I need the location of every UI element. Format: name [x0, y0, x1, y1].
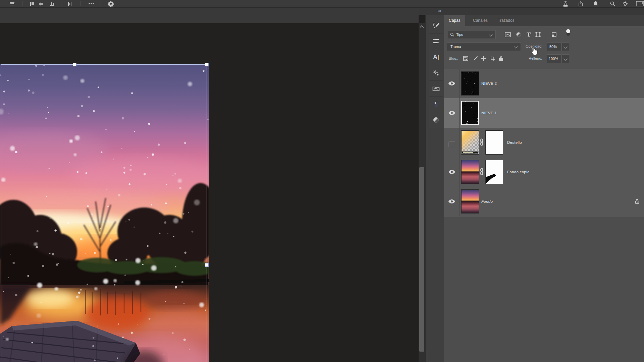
filter-toggle-switch[interactable]: [564, 29, 572, 37]
lock-transparent-pixels-icon[interactable]: [462, 54, 470, 62]
visibility-toggle[interactable]: [444, 157, 460, 187]
lock-position-icon[interactable]: [480, 54, 488, 62]
brush-settings-panel-icon[interactable]: [429, 18, 443, 34]
separator: [101, 1, 101, 6]
chevron-down-icon: [489, 33, 492, 36]
blend-mode-value: Trama: [450, 45, 461, 49]
discover-lightbulb-icon[interactable]: [622, 1, 629, 7]
visibility-toggle[interactable]: [444, 98, 460, 128]
eye-empty-well: [448, 141, 455, 147]
layer-name[interactable]: Destello: [507, 140, 522, 144]
more-options-icon[interactable]: [88, 1, 95, 7]
link-mask-icon: [480, 168, 484, 175]
character-panel-icon[interactable]: A|: [429, 49, 443, 65]
tab-canales[interactable]: Canales: [468, 15, 492, 26]
blend-mode-dropdown[interactable]: Trama: [447, 42, 521, 51]
canvas-vertical-scrollbar[interactable]: [419, 23, 425, 362]
layer-name[interactable]: Fondo copia: [507, 170, 530, 174]
gear-icon[interactable]: [107, 1, 115, 7]
transform-handle-right-mid[interactable]: [205, 263, 209, 267]
properties-panel-icon[interactable]: [429, 65, 443, 81]
filter-smart-objects-icon[interactable]: [550, 31, 558, 39]
photoshop-window: ««: [0, 0, 644, 362]
layer-row-fondo-copia[interactable]: Fondo copia: [444, 157, 644, 187]
notifications-bell-icon[interactable]: [592, 1, 599, 7]
layer-thumbnail[interactable]: [461, 71, 479, 96]
lock-icon: [635, 199, 639, 204]
layer-name[interactable]: Fondo: [481, 199, 493, 203]
document-image[interactable]: [0, 64, 209, 362]
opacity-value: 50%: [549, 45, 557, 49]
layer-thumbnail[interactable]: [461, 189, 479, 214]
libraries-panel-icon[interactable]: [429, 81, 443, 97]
filter-shape-layers-icon[interactable]: [534, 31, 542, 39]
separator: [80, 1, 81, 6]
filter-type-layers-icon[interactable]: [525, 31, 533, 39]
lock-label: Bloq.:: [449, 56, 458, 60]
chevron-down-icon: [564, 57, 567, 60]
layer-thumbnail[interactable]: [461, 160, 479, 184]
layer-row-nieve-2[interactable]: NIEVE 2: [444, 69, 644, 99]
collapse-panels-icon[interactable]: ««: [435, 8, 443, 13]
hand-cursor: [530, 46, 539, 56]
lock-artboard-icon[interactable]: [488, 54, 496, 62]
align-and-distribute-icon[interactable]: [9, 1, 15, 7]
layer-thumbnail[interactable]: [461, 130, 479, 155]
filter-pixel-layers-icon[interactable]: [504, 31, 512, 39]
align-bottom-edges-icon[interactable]: [49, 1, 56, 7]
align-left-edges-icon[interactable]: [29, 1, 36, 7]
lock-all-icon[interactable]: [497, 54, 505, 62]
layer-name[interactable]: NIEVE 1: [481, 111, 497, 115]
document-tab-strip: [0, 8, 419, 23]
transform-handle-top-right[interactable]: [205, 63, 209, 66]
opacity-value-field[interactable]: 50%: [547, 42, 561, 51]
visibility-toggle[interactable]: [444, 187, 460, 216]
visibility-toggle[interactable]: [444, 69, 460, 98]
visibility-toggle[interactable]: [444, 128, 460, 157]
search-icon[interactable]: [609, 1, 616, 7]
opacity-dropdown-button[interactable]: [562, 42, 569, 51]
fill-value-field[interactable]: 100%: [547, 54, 561, 63]
layer-mask-thumbnail[interactable]: [485, 160, 503, 184]
layer-mask-thumbnail[interactable]: [485, 130, 503, 155]
layers-panel-empty-area: [444, 216, 644, 362]
filter-type-value: Tipo: [456, 33, 463, 37]
layer-name[interactable]: NIEVE 2: [481, 81, 497, 85]
fill-label: Relleno:: [529, 56, 542, 60]
adjustments-panel-icon[interactable]: [429, 112, 443, 128]
eye-icon: [448, 170, 455, 174]
link-mask-icon: [480, 138, 484, 146]
distribute-spacing-icon[interactable]: [66, 1, 73, 7]
transform-left-edge[interactable]: [1, 64, 1, 362]
eye-icon: [448, 199, 455, 204]
tab-trazados[interactable]: Trazados: [493, 15, 519, 26]
paragraph-panel-icon[interactable]: ¶: [429, 97, 443, 112]
fill-dropdown-button[interactable]: [562, 54, 569, 63]
transform-right-edge[interactable]: [207, 64, 207, 362]
brushes-panel-icon[interactable]: [429, 34, 443, 49]
panel-tab-bar: Capas Canales Trazados: [444, 15, 644, 26]
eye-icon: [448, 81, 455, 86]
layer-row-nieve-1[interactable]: NIEVE 1: [444, 98, 644, 128]
layers-panel: Capas Canales Trazados Tipo: [444, 15, 644, 362]
share-icon[interactable]: [577, 1, 584, 7]
chevron-down-icon: [564, 45, 567, 48]
layer-filter-type-dropdown[interactable]: Tipo: [448, 30, 496, 39]
tab-capas[interactable]: Capas: [444, 15, 465, 26]
canvas-area[interactable]: [0, 23, 419, 362]
layer-row-fondo[interactable]: Fondo: [444, 187, 644, 217]
beta-flask-icon[interactable]: [562, 1, 569, 7]
layer-row-destello[interactable]: Destello: [444, 128, 644, 158]
transform-top-edge[interactable]: [1, 64, 207, 65]
scrollbar-thumb[interactable]: [419, 167, 424, 352]
separator: [22, 1, 22, 6]
transform-handle-top-mid[interactable]: [73, 63, 76, 66]
filter-adjustment-layers-icon[interactable]: [515, 31, 523, 39]
lock-image-pixels-icon[interactable]: [471, 54, 479, 62]
align-horizontal-centers-icon[interactable]: [38, 1, 44, 7]
panel-dock-strip: [419, 8, 644, 15]
layer-thumbnail[interactable]: [461, 101, 479, 125]
workspace-panel-icon[interactable]: [636, 1, 644, 7]
scrollbar-up-chevron-icon[interactable]: [420, 25, 424, 27]
separator: [61, 1, 61, 6]
